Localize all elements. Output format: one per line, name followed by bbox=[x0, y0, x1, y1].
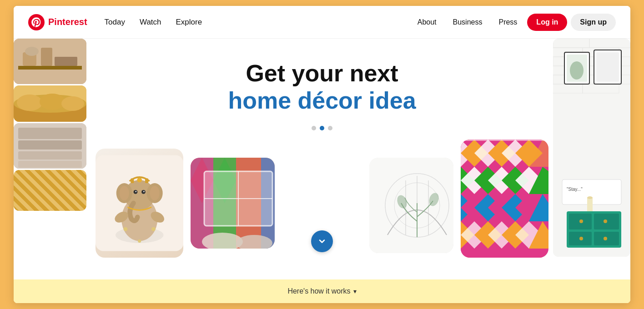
svg-point-34 bbox=[570, 61, 584, 80]
room-svg bbox=[369, 158, 453, 253]
svg-point-67 bbox=[124, 227, 128, 231]
nav-explore[interactable]: Explore bbox=[170, 14, 209, 30]
room-image bbox=[369, 158, 453, 253]
nav-right: About Business Press Log in Sign up bbox=[411, 14, 616, 31]
svg-point-10 bbox=[17, 95, 42, 111]
svg-rect-123 bbox=[461, 140, 548, 141]
brand-logo[interactable]: Pinterest bbox=[28, 14, 87, 30]
left-image-2 bbox=[14, 85, 86, 122]
nav-watch[interactable]: Watch bbox=[133, 14, 168, 30]
svg-rect-36 bbox=[596, 52, 619, 82]
fabric-svg bbox=[461, 140, 548, 258]
svg-rect-14 bbox=[18, 128, 82, 139]
svg-point-60 bbox=[135, 191, 136, 192]
colorful-fabric-image bbox=[461, 140, 548, 258]
navbar: Pinterest Today Watch Explore About Busi… bbox=[14, 6, 630, 39]
svg-rect-83 bbox=[369, 158, 453, 253]
svg-point-6 bbox=[25, 47, 39, 56]
svg-rect-64 bbox=[145, 178, 148, 183]
hero-text: Get your next home décor idea bbox=[228, 60, 416, 115]
how-it-works-label: Here's how it works bbox=[287, 287, 350, 295]
how-it-works-arrow: ▾ bbox=[353, 288, 357, 295]
carousel-dot-3[interactable] bbox=[328, 126, 332, 130]
carousel-dots bbox=[312, 126, 332, 130]
browser-window: Pinterest Today Watch Explore About Busi… bbox=[14, 6, 630, 303]
carousel-dot-2[interactable] bbox=[320, 126, 324, 130]
hero-line2: home décor idea bbox=[228, 86, 416, 115]
svg-point-11 bbox=[40, 94, 65, 110]
nav-about[interactable]: About bbox=[411, 15, 443, 30]
svg-rect-5 bbox=[55, 57, 77, 66]
svg-rect-63 bbox=[131, 178, 134, 183]
nav-press[interactable]: Press bbox=[492, 15, 523, 30]
window-image bbox=[191, 158, 275, 249]
signup-button[interactable]: Sign up bbox=[571, 14, 616, 31]
scroll-down-button[interactable] bbox=[311, 230, 333, 252]
svg-point-62 bbox=[137, 177, 142, 182]
left-image-1 bbox=[14, 39, 86, 84]
hero-line1: Get your next bbox=[228, 60, 416, 86]
svg-point-57 bbox=[150, 186, 160, 200]
nav-today[interactable]: Today bbox=[98, 14, 131, 30]
svg-point-61 bbox=[143, 191, 145, 192]
login-button[interactable]: Log in bbox=[527, 14, 567, 31]
bread-image-svg bbox=[14, 85, 86, 122]
pinterest-icon bbox=[28, 14, 45, 30]
svg-point-68 bbox=[138, 239, 141, 243]
carousel-dot-1[interactable] bbox=[312, 126, 316, 130]
brand-name: Pinterest bbox=[48, 17, 87, 27]
hero-section: Get your next home décor idea bbox=[14, 39, 630, 279]
ganesha-svg bbox=[96, 149, 183, 258]
nav-business[interactable]: Business bbox=[447, 15, 489, 30]
window-svg bbox=[191, 158, 275, 249]
svg-rect-2 bbox=[18, 66, 82, 70]
svg-point-69 bbox=[151, 227, 156, 231]
shelf-image-svg bbox=[14, 39, 86, 84]
svg-point-56 bbox=[120, 186, 129, 200]
svg-point-12 bbox=[61, 96, 84, 111]
fabric-pattern bbox=[461, 140, 548, 258]
svg-rect-4 bbox=[41, 48, 52, 66]
ganesha-image bbox=[96, 149, 183, 258]
svg-point-0 bbox=[28, 14, 45, 30]
chevron-down-icon bbox=[317, 237, 327, 246]
nav-left: Today Watch Explore bbox=[98, 14, 209, 30]
how-it-works-bar[interactable]: Here's how it works ▾ bbox=[14, 279, 630, 303]
